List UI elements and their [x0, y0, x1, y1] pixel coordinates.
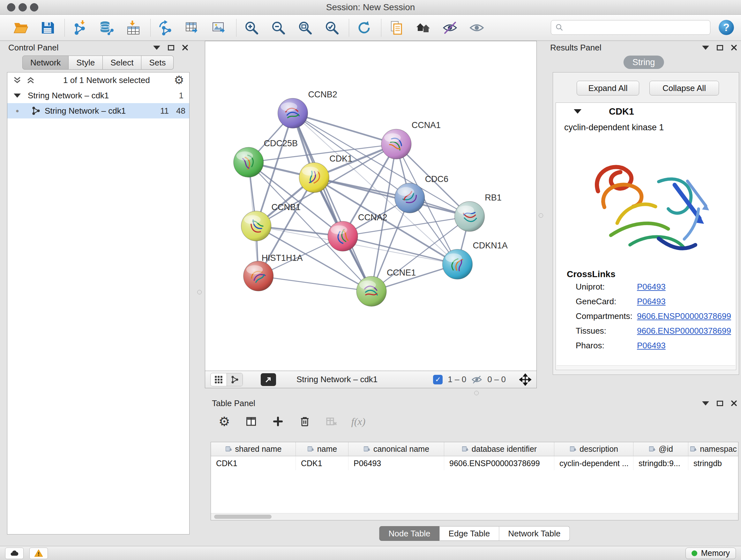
column-header[interactable]: database identifier: [444, 442, 554, 456]
splitter-handle[interactable]: [474, 391, 479, 395]
scrollbar-thumb[interactable]: [214, 515, 272, 519]
crosslink-link[interactable]: P06493: [637, 297, 666, 307]
delete-table-button[interactable]: [325, 415, 338, 428]
network-edge[interactable]: [293, 113, 396, 144]
zoom-out-button[interactable]: [268, 18, 288, 38]
network-node[interactable]: CDKN1A: [443, 241, 508, 279]
selected-checkbox-icon[interactable]: ✓: [433, 375, 443, 384]
minimize-window-button[interactable]: [18, 3, 27, 11]
section-collapse-icon[interactable]: [574, 109, 582, 114]
create-column-button[interactable]: [271, 415, 285, 428]
crosslink-link[interactable]: 9606.ENSP00000378699: [637, 326, 731, 336]
birds-eye-button[interactable]: [413, 18, 433, 38]
detach-view-button[interactable]: [261, 373, 276, 386]
pan-move-icon[interactable]: [519, 374, 531, 386]
network-node[interactable]: HIST1H1A: [244, 253, 303, 291]
splitter-handle[interactable]: [197, 290, 202, 294]
tab-style[interactable]: Style: [69, 56, 103, 70]
table-row[interactable]: CDK1 CDK1 P06493 9606.ENSP00000378699 cy…: [211, 456, 738, 470]
tab-network-table[interactable]: Network Table: [499, 526, 569, 541]
open-session-button[interactable]: [11, 18, 30, 38]
network-collection-row[interactable]: String Network – cdk1 1: [7, 88, 189, 103]
new-table-button[interactable]: [183, 18, 202, 38]
show-columns-button[interactable]: [245, 415, 258, 428]
expand-all-icon[interactable]: [26, 75, 36, 85]
table-options-button[interactable]: ⚙: [218, 415, 231, 428]
panel-collapse-icon[interactable]: [153, 46, 160, 50]
delete-column-button[interactable]: [298, 415, 312, 428]
network-view-button[interactable]: [226, 373, 243, 386]
crosslink-link[interactable]: 9606.ENSP00000378699: [637, 311, 731, 321]
network-options-gear-icon[interactable]: ⚙: [174, 74, 184, 86]
column-header[interactable]: shared name: [211, 442, 296, 456]
table-cell[interactable]: CDK1: [211, 456, 296, 470]
memory-button[interactable]: Memory: [685, 548, 736, 559]
tab-network[interactable]: Network: [22, 56, 69, 70]
panel-float-icon[interactable]: [168, 45, 174, 51]
zoom-selected-button[interactable]: [322, 18, 342, 38]
column-header[interactable]: description: [554, 442, 633, 456]
horizontal-scrollbar[interactable]: [211, 513, 738, 520]
panel-collapse-icon[interactable]: [702, 46, 709, 50]
panel-close-icon[interactable]: [182, 44, 188, 51]
grid-view-button[interactable]: [211, 373, 226, 386]
network-node[interactable]: CCNA1: [381, 120, 441, 159]
table-cell[interactable]: cyclin-dependent ...: [554, 456, 633, 470]
tab-node-table[interactable]: Node Table: [380, 526, 440, 541]
save-session-button[interactable]: [38, 18, 57, 38]
collapse-all-icon[interactable]: [12, 75, 22, 85]
column-header[interactable]: canonical name: [348, 442, 444, 456]
results-scrollbar[interactable]: [556, 365, 735, 369]
column-header[interactable]: @id: [633, 442, 688, 456]
apply-layout-button[interactable]: [354, 18, 374, 38]
panel-close-icon[interactable]: [731, 44, 737, 51]
panel-float-icon[interactable]: [717, 45, 723, 51]
column-header[interactable]: name: [296, 442, 348, 456]
show-graphics-details-button[interactable]: [467, 18, 487, 38]
network-node[interactable]: RB1: [455, 193, 501, 232]
new-network-button[interactable]: [156, 18, 176, 38]
expand-all-button[interactable]: Expand All: [577, 81, 639, 96]
network-node[interactable]: CDK1: [299, 154, 352, 192]
panel-collapse-icon[interactable]: [702, 401, 709, 406]
zoom-window-button[interactable]: [30, 3, 38, 11]
network-canvas[interactable]: CCNB2CCNA1CDC25BCDK1CDC6RB1CCNB1CCNA2CDK…: [205, 41, 537, 371]
export-image-button[interactable]: [209, 18, 229, 38]
table-cell[interactable]: P06493: [348, 456, 444, 470]
collapse-all-button[interactable]: Collapse All: [650, 81, 719, 96]
function-builder-button[interactable]: f(x): [352, 415, 365, 428]
tab-edge-table[interactable]: Edge Table: [440, 526, 499, 541]
string-tab-badge[interactable]: String: [623, 56, 664, 69]
table-cell[interactable]: 9606.ENSP00000378699: [444, 456, 554, 470]
hidden-eye-icon[interactable]: [471, 374, 482, 385]
close-window-button[interactable]: [7, 3, 15, 11]
panel-close-icon[interactable]: [731, 400, 737, 407]
import-table-button[interactable]: [124, 18, 143, 38]
annotations-button[interactable]: [387, 18, 406, 38]
search-input[interactable]: [566, 23, 706, 32]
import-network-database-button[interactable]: [97, 18, 117, 38]
table-cell[interactable]: stringdb:9...: [633, 456, 688, 470]
hide-graphics-details-button[interactable]: [440, 18, 460, 38]
import-network-file-button[interactable]: [70, 18, 90, 38]
network-node[interactable]: CCNB1: [241, 202, 300, 241]
warnings-button[interactable]: [29, 548, 48, 559]
network-row[interactable]: ● String Network – cdk1 11 48: [7, 103, 189, 118]
table-cell[interactable]: stringdb: [688, 456, 738, 470]
network-edge[interactable]: [259, 276, 372, 292]
zoom-in-button[interactable]: [242, 18, 261, 38]
network-graph[interactable]: CCNB2CCNA1CDC25BCDK1CDC6RB1CCNB1CCNA2CDK…: [205, 41, 536, 371]
gene-section-header[interactable]: CDK1: [556, 103, 736, 120]
crosslink-link[interactable]: P06493: [637, 341, 666, 351]
help-button[interactable]: ?: [718, 19, 735, 36]
panel-float-icon[interactable]: [717, 401, 723, 406]
tab-select[interactable]: Select: [103, 56, 141, 70]
cloud-status-button[interactable]: [5, 548, 23, 559]
column-header[interactable]: namespac: [688, 442, 738, 456]
network-edge[interactable]: [293, 113, 372, 292]
tab-sets[interactable]: Sets: [141, 56, 174, 70]
table-cell[interactable]: CDK1: [296, 456, 348, 470]
crosslink-link[interactable]: P06493: [637, 282, 666, 292]
tree-expand-icon[interactable]: [14, 94, 21, 98]
network-node[interactable]: CCNB2: [278, 90, 337, 128]
